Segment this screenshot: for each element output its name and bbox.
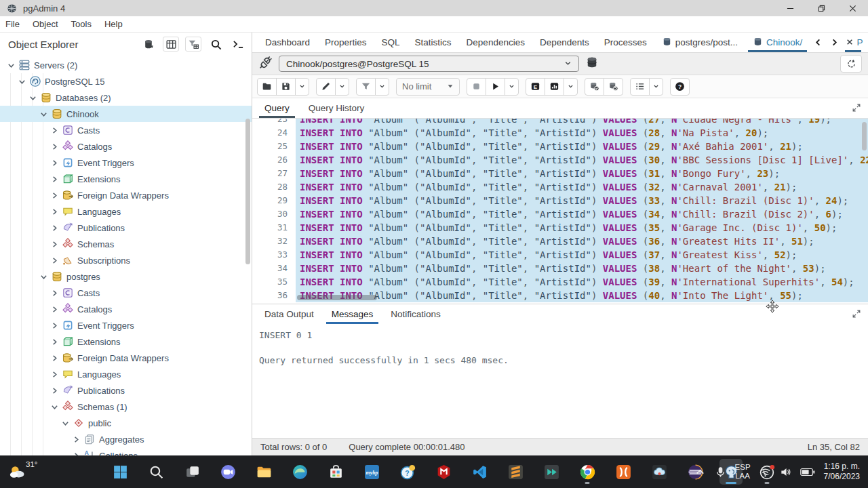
chevron-collapsed-icon[interactable] bbox=[49, 352, 60, 364]
expand-editor-icon[interactable] bbox=[852, 103, 861, 115]
macros-chevron[interactable] bbox=[649, 78, 663, 96]
editor-line-24[interactable]: 24INSERT INTO "Album" ("AlbumId", "Title… bbox=[252, 126, 868, 140]
macros-button[interactable] bbox=[630, 78, 650, 96]
editor-line-27[interactable]: 27INSERT INTO "Album" ("AlbumId", "Title… bbox=[252, 167, 868, 180]
taskbar-vscode-icon[interactable] bbox=[468, 459, 491, 485]
tree-node-servers-2[interactable]: Servers (2) bbox=[0, 57, 252, 73]
tree-node-subscriptions[interactable]: Subscriptions bbox=[0, 252, 252, 268]
chevron-collapsed-icon[interactable] bbox=[49, 174, 60, 185]
save-options-chevron[interactable] bbox=[295, 78, 309, 96]
editor-line-30[interactable]: 30INSERT INTO "Album" ("AlbumId", "Title… bbox=[252, 207, 868, 221]
taskbar-search-icon[interactable] bbox=[144, 459, 167, 485]
tree-node-aggregates[interactable]: Aggregates bbox=[0, 431, 252, 447]
battery-icon[interactable] bbox=[800, 468, 815, 476]
menu-item-tools[interactable]: Tools bbox=[71, 19, 99, 29]
tree-node-languages[interactable]: Languages bbox=[0, 366, 252, 382]
tree-node-event-triggers[interactable]: Event Triggers bbox=[0, 317, 252, 333]
tab-data-output[interactable]: Data Output bbox=[259, 304, 319, 324]
tree-node-foreign-data-wrappers[interactable]: Foreign Data Wrappers bbox=[0, 187, 252, 203]
tree-node-schemas-1[interactable]: Schemas (1) bbox=[0, 399, 252, 415]
tree-node-casts[interactable]: Casts bbox=[0, 122, 252, 138]
tree-node-databases-2[interactable]: Databases (2) bbox=[0, 89, 252, 106]
taskbar-dev-tool-icon[interactable] bbox=[540, 459, 563, 485]
execute-button[interactable] bbox=[486, 78, 505, 96]
microphone-icon[interactable] bbox=[715, 466, 726, 478]
tab-processes[interactable]: Processes bbox=[597, 33, 654, 52]
tree-node-extensions[interactable]: Extensions bbox=[0, 333, 252, 350]
chevron-collapsed-icon[interactable] bbox=[49, 320, 60, 331]
chevron-collapsed-icon[interactable] bbox=[49, 287, 60, 299]
filtered-rows-icon[interactable] bbox=[185, 37, 201, 52]
execute-options-chevron[interactable] bbox=[505, 78, 519, 96]
taskbar-store-icon[interactable] bbox=[324, 459, 347, 485]
explain-button[interactable]: E bbox=[526, 78, 545, 96]
connection-status-icon[interactable] bbox=[258, 56, 273, 73]
edit-button[interactable] bbox=[316, 78, 336, 96]
tree-node-postgresql-15[interactable]: PostgreSQL 15 bbox=[0, 73, 252, 89]
stop-button[interactable] bbox=[467, 78, 486, 96]
clock[interactable]: 1:16 p. m. 7/06/2023 bbox=[824, 462, 860, 482]
close-tab-icon[interactable] bbox=[846, 37, 853, 47]
tab-query-history[interactable]: Query History bbox=[303, 98, 370, 118]
tray-expand-icon[interactable] bbox=[694, 466, 706, 478]
rollback-button[interactable] bbox=[604, 78, 623, 96]
open-file-button[interactable] bbox=[257, 78, 277, 96]
chevron-collapsed-icon[interactable] bbox=[49, 190, 60, 201]
tree-node-publications[interactable]: Publications bbox=[0, 382, 252, 399]
taskbar-chat-icon[interactable] bbox=[216, 459, 239, 485]
taskbar-mcafee-icon[interactable] bbox=[432, 459, 455, 485]
psql-tool-icon[interactable] bbox=[230, 37, 246, 52]
save-file-button[interactable] bbox=[276, 78, 296, 96]
taskbar-edge-icon[interactable] bbox=[288, 459, 311, 485]
taskbar-start-icon[interactable] bbox=[108, 459, 132, 485]
search-objects-icon[interactable] bbox=[208, 37, 224, 52]
editor-horizontal-scrollbar[interactable] bbox=[297, 295, 377, 300]
chevron-collapsed-icon[interactable] bbox=[49, 336, 60, 348]
editor-line-34[interactable]: 34INSERT INTO "Album" ("AlbumId", "Title… bbox=[252, 262, 868, 275]
connection-select[interactable]: Chinook/postgres@PostgreSQL 15 bbox=[279, 56, 579, 72]
editor-line-28[interactable]: 28INSERT INTO "Album" ("AlbumId", "Title… bbox=[252, 180, 868, 194]
sidebar-scrollbar[interactable] bbox=[245, 119, 250, 264]
menu-item-help[interactable]: Help bbox=[104, 19, 130, 29]
tree-node-casts[interactable]: Casts bbox=[0, 285, 252, 301]
chevron-collapsed-icon[interactable] bbox=[49, 157, 60, 169]
explain-options-chevron[interactable] bbox=[564, 78, 578, 96]
editor-line-31[interactable]: 31INSERT INTO "Album" ("AlbumId", "Title… bbox=[252, 221, 868, 235]
menu-item-file[interactable]: File bbox=[5, 19, 27, 29]
chevron-expanded-icon[interactable] bbox=[27, 92, 39, 104]
tree-node-schemas[interactable]: Schemas bbox=[0, 236, 252, 252]
tab-properties[interactable]: Properties bbox=[317, 33, 374, 52]
tab-sql[interactable]: SQL bbox=[374, 33, 408, 52]
chevron-collapsed-icon[interactable] bbox=[71, 434, 82, 445]
chevron-collapsed-icon[interactable] bbox=[71, 450, 82, 456]
explain-analyze-button[interactable] bbox=[545, 78, 564, 96]
tab-scroll-prev-button[interactable] bbox=[810, 33, 826, 52]
tree-node-catalogs[interactable]: Catalogs bbox=[0, 301, 252, 317]
chevron-expanded-icon[interactable] bbox=[5, 60, 17, 71]
tab-dashboard[interactable]: Dashboard bbox=[258, 33, 317, 52]
tree-node-event-triggers[interactable]: Event Triggers bbox=[0, 155, 252, 171]
chevron-collapsed-icon[interactable] bbox=[49, 125, 60, 136]
editor-line-29[interactable]: 29INSERT INTO "Album" ("AlbumId", "Title… bbox=[252, 194, 868, 207]
filter-button[interactable] bbox=[356, 78, 376, 96]
new-connection-icon[interactable] bbox=[585, 56, 599, 72]
taskbar-get-help-icon[interactable]: ? bbox=[396, 459, 419, 485]
chevron-collapsed-icon[interactable] bbox=[49, 304, 60, 315]
chevron-collapsed-icon[interactable] bbox=[49, 141, 60, 152]
volume-icon[interactable] bbox=[780, 466, 791, 478]
tree-node-chinook[interactable]: Chinook bbox=[0, 106, 252, 122]
taskbar-my-hp-icon[interactable]: myhp bbox=[360, 459, 383, 485]
row-limit-select[interactable]: No limit bbox=[396, 78, 460, 96]
edit-options-chevron[interactable] bbox=[335, 78, 349, 96]
menu-item-object[interactable]: Object bbox=[33, 19, 66, 29]
editor-vertical-scrollbar[interactable] bbox=[862, 122, 867, 150]
minimize-button[interactable] bbox=[774, 0, 806, 16]
chevron-collapsed-icon[interactable] bbox=[49, 239, 60, 250]
tree-node-postgres[interactable]: postgres bbox=[0, 268, 252, 285]
filter-options-chevron[interactable] bbox=[375, 78, 389, 96]
keyboard-language[interactable]: ESP LAA bbox=[735, 463, 751, 481]
help-button[interactable]: ? bbox=[670, 78, 690, 96]
tree-node-foreign-data-wrappers[interactable]: Foreign Data Wrappers bbox=[0, 350, 252, 366]
close-button[interactable] bbox=[837, 0, 868, 16]
chevron-collapsed-icon[interactable] bbox=[49, 255, 60, 266]
